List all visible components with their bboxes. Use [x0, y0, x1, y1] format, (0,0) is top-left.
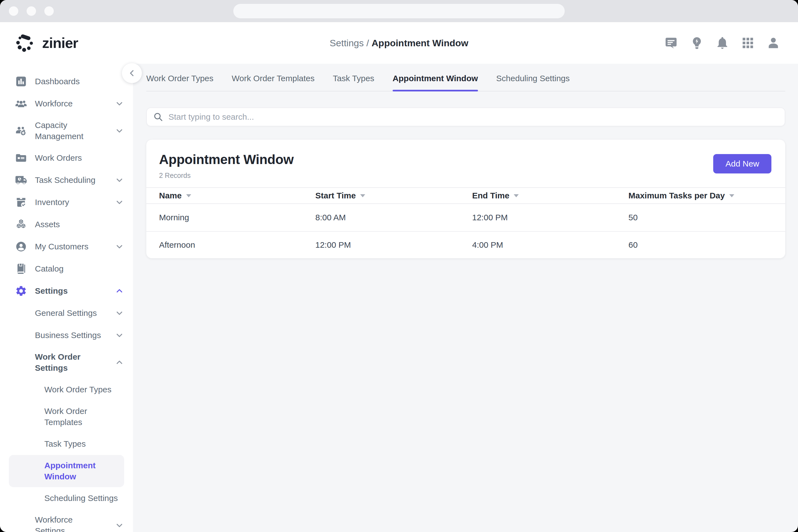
sidebar-item-label: My Customers: [35, 236, 89, 257]
sidebar-item-capacity-management[interactable]: Capacity Management: [0, 115, 133, 147]
sort-icon: [360, 194, 365, 197]
chevron-down-icon: [116, 309, 123, 317]
zinier-logo[interactable]: zinier: [14, 31, 78, 55]
column-header-name[interactable]: Name: [159, 191, 315, 200]
cell-name: Afternoon: [159, 240, 315, 250]
sidebar-item-business-settings[interactable]: Business Settings: [0, 324, 133, 346]
sidebar-item-workforce-settings[interactable]: Workforce Settings: [0, 509, 133, 532]
sidebar-item-work-order-types[interactable]: Work Order Types: [0, 379, 133, 401]
search-bar: [146, 108, 785, 126]
sidebar-item-label: Work Order Types: [44, 379, 111, 400]
tab-task-types[interactable]: Task Types: [333, 74, 374, 91]
sidebar-item-work-orders[interactable]: Work Orders: [0, 147, 133, 169]
sidebar-item-appointment-window[interactable]: Appointment Window: [9, 455, 124, 487]
sidebar-item-task-types[interactable]: Task Types: [0, 433, 133, 455]
sidebar-item-label: Catalog: [35, 258, 63, 279]
main-content: Work Order Types Work Order Templates Ta…: [133, 64, 798, 532]
sidebar-item-label: General Settings: [35, 303, 97, 324]
records-count: 2 Records: [159, 172, 294, 179]
search-input[interactable]: [169, 112, 778, 122]
tab-scheduling-settings[interactable]: Scheduling Settings: [496, 74, 570, 91]
task-scheduling-icon: [15, 174, 27, 186]
sort-icon: [186, 194, 191, 197]
sidebar-item-label: Scheduling Settings: [44, 488, 118, 509]
column-header-start-time[interactable]: Start Time: [315, 191, 472, 200]
chevron-up-icon: [116, 287, 123, 294]
sidebar-item-label: Settings: [35, 280, 68, 302]
assets-icon: [15, 218, 27, 230]
sidebar-item-label: Inventory: [35, 192, 69, 213]
app-header: zinier Settings / Appointment Window: [0, 22, 798, 64]
sidebar-item-settings[interactable]: Settings: [0, 280, 133, 302]
table-row[interactable]: Afternoon 12:00 PM 4:00 PM 60: [146, 231, 785, 258]
appointment-window-panel: Appointment Window 2 Records Add New Nam…: [146, 140, 785, 258]
chevron-down-icon: [116, 332, 123, 339]
sidebar-item-work-order-templates[interactable]: Work Order Templates: [0, 401, 133, 433]
sort-icon: [729, 194, 734, 197]
settings-gear-icon: [15, 285, 27, 297]
tab-work-order-types[interactable]: Work Order Types: [146, 74, 213, 91]
workforce-icon: [15, 97, 27, 110]
apps-grid-icon[interactable]: [741, 36, 755, 50]
zinier-logo-icon: [14, 31, 37, 55]
sidebar-nav: Dashboards Workforce Capacity Management: [0, 64, 133, 532]
sidebar-item-label: Business Settings: [35, 325, 101, 346]
table-row[interactable]: Morning 8:00 AM 12:00 PM 50: [146, 204, 785, 231]
sidebar-item-label: Task Scheduling: [35, 170, 95, 191]
chevron-down-icon: [116, 100, 123, 107]
browser-chrome: [0, 0, 798, 22]
app-window: zinier Settings / Appointment Window: [0, 0, 798, 532]
tab-work-order-templates[interactable]: Work Order Templates: [232, 74, 315, 91]
sidebar-item-catalog[interactable]: Catalog: [0, 258, 133, 280]
sidebar-item-label: Workforce: [35, 93, 73, 114]
sidebar-item-label: Work Order Templates: [44, 401, 107, 433]
sidebar-item-inventory[interactable]: Inventory: [0, 191, 133, 213]
sidebar-item-task-scheduling[interactable]: Task Scheduling: [0, 169, 133, 191]
sidebar-item-label: Task Types: [44, 433, 86, 454]
column-header-max-tasks[interactable]: Maximum Tasks per Day: [628, 191, 785, 200]
cell-start-time: 12:00 PM: [315, 240, 472, 250]
address-bar[interactable]: [233, 4, 565, 18]
table-header: Name Start Time End Time Maximum Tasks p…: [146, 187, 785, 204]
chevron-down-icon: [116, 176, 123, 184]
sidebar-item-label: Workforce Settings: [35, 509, 97, 532]
sidebar-item-dashboards[interactable]: Dashboards: [0, 70, 133, 93]
maximize-window-button[interactable]: [44, 6, 54, 16]
sidebar-item-general-settings[interactable]: General Settings: [0, 302, 133, 324]
sidebar-item-assets[interactable]: Assets: [0, 213, 133, 235]
sidebar-collapse-button[interactable]: [122, 63, 142, 83]
chat-icon[interactable]: [664, 36, 678, 50]
sidebar-item-work-order-settings[interactable]: Work Order Settings: [0, 346, 133, 379]
column-header-end-time[interactable]: End Time: [472, 191, 628, 200]
brand-name: zinier: [42, 35, 78, 51]
chevron-down-icon: [116, 522, 123, 529]
cell-max-tasks: 50: [628, 213, 785, 222]
sidebar-item-label: Work Order Settings: [35, 346, 97, 379]
profile-icon[interactable]: [766, 36, 780, 50]
work-orders-icon: [15, 152, 27, 164]
cell-start-time: 8:00 AM: [315, 213, 472, 222]
lightbulb-icon[interactable]: [690, 36, 704, 50]
tab-bar: Work Order Types Work Order Templates Ta…: [146, 64, 785, 92]
close-window-button[interactable]: [9, 6, 18, 16]
breadcrumb-current: Appointment Window: [372, 38, 468, 48]
minimize-window-button[interactable]: [26, 6, 36, 16]
cell-max-tasks: 60: [628, 240, 785, 250]
breadcrumb: Settings / Appointment Window: [330, 38, 468, 49]
sidebar-item-label: Work Orders: [35, 147, 82, 169]
tab-appointment-window[interactable]: Appointment Window: [393, 74, 478, 91]
add-new-button[interactable]: Add New: [713, 154, 772, 173]
cell-name: Morning: [159, 213, 315, 222]
breadcrumb-section[interactable]: Settings /: [330, 38, 372, 48]
sidebar-item-label: Capacity Management: [35, 115, 116, 147]
sidebar-item-my-customers[interactable]: My Customers: [0, 235, 133, 258]
customers-icon: [15, 241, 27, 253]
bell-icon[interactable]: [716, 36, 729, 50]
sidebar-item-scheduling-settings[interactable]: Scheduling Settings: [0, 487, 133, 509]
sidebar-item-label: Assets: [35, 214, 60, 235]
search-icon: [153, 112, 163, 122]
chevron-down-icon: [116, 243, 123, 250]
sidebar-item-label: Appointment Window: [44, 455, 110, 487]
cell-end-time: 4:00 PM: [472, 240, 628, 250]
sidebar-item-workforce[interactable]: Workforce: [0, 93, 133, 115]
